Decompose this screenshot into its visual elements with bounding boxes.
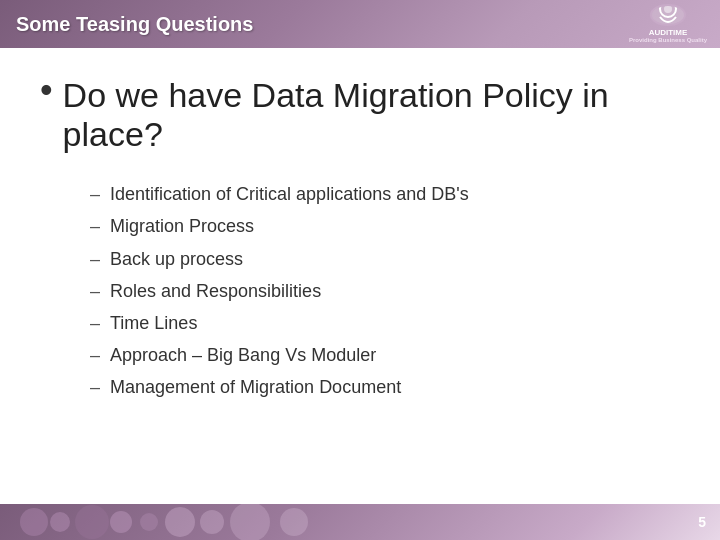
sub-list: –Identification of Critical applications… <box>90 182 680 400</box>
list-item-text: Back up process <box>110 247 243 272</box>
list-dash: – <box>90 375 100 400</box>
main-question-text: Do we have Data Migration Policy in plac… <box>63 76 680 154</box>
list-item-text: Approach – Big Bang Vs Moduler <box>110 343 376 368</box>
svg-point-1 <box>664 5 672 13</box>
list-item: –Migration Process <box>90 214 680 239</box>
footer-bar: 5 <box>0 504 720 540</box>
list-item-text: Management of Migration Document <box>110 375 401 400</box>
main-question-row: • Do we have Data Migration Policy in pl… <box>40 76 680 154</box>
logo-area: AUDITIME Providing Business Quality <box>628 4 708 44</box>
list-item-text: Identification of Critical applications … <box>110 182 469 207</box>
list-item: –Back up process <box>90 247 680 272</box>
list-dash: – <box>90 279 100 304</box>
list-dash: – <box>90 182 100 207</box>
list-dash: – <box>90 214 100 239</box>
list-dash: – <box>90 247 100 272</box>
list-dash: – <box>90 343 100 368</box>
list-item: –Management of Migration Document <box>90 375 680 400</box>
list-item-text: Roles and Responsibilities <box>110 279 321 304</box>
list-item-text: Time Lines <box>110 311 197 336</box>
header-bar: Some Teasing Questions AUDITIME Providin… <box>0 0 720 48</box>
main-bullet: • <box>40 72 53 108</box>
main-content: • Do we have Data Migration Policy in pl… <box>0 48 720 428</box>
list-item: –Time Lines <box>90 311 680 336</box>
list-item-text: Migration Process <box>110 214 254 239</box>
logo-brand: AUDITIME Providing Business Quality <box>629 26 707 44</box>
footer-decorations <box>0 504 720 540</box>
list-dash: – <box>90 311 100 336</box>
list-item: –Approach – Big Bang Vs Moduler <box>90 343 680 368</box>
logo-circle <box>650 4 686 26</box>
slide-title: Some Teasing Questions <box>16 13 253 36</box>
list-item: –Roles and Responsibilities <box>90 279 680 304</box>
list-item: –Identification of Critical applications… <box>90 182 680 207</box>
